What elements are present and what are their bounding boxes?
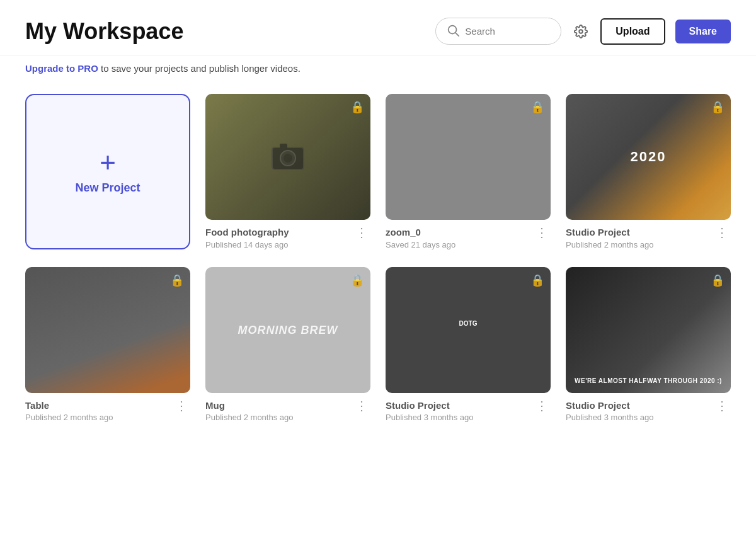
project-thumbnail: DOTG 🔒 <box>386 267 551 393</box>
new-project-card[interactable]: + New Project <box>25 94 190 249</box>
project-card: DOTG 🔒 Studio Project Published 3 months… <box>386 267 551 423</box>
lock-icon: 🔒 <box>711 100 724 114</box>
upgrade-text: to save your projects and publish longer… <box>98 63 301 74</box>
page-title: My Workspace <box>25 18 425 45</box>
upgrade-link[interactable]: Upgrade to PRO <box>25 63 98 74</box>
project-name: Table <box>25 399 170 412</box>
lock-icon: 🔒 <box>530 100 544 114</box>
more-options-button[interactable]: ⋮ <box>713 226 731 239</box>
more-options-button[interactable]: ⋮ <box>533 226 551 239</box>
project-card: WE'RE ALMOST HALFWAY THROUGH 2020 :) 🔒 S… <box>566 267 731 423</box>
search-icon <box>446 23 460 39</box>
project-card: MORNING BREW 🔒 Mug Published 2 months ag… <box>205 267 370 423</box>
project-thumbnail: 🔒 <box>205 94 370 220</box>
project-meta: Studio Project Published 2 months ago ⋮ <box>566 220 731 249</box>
project-info: Table Published 2 months ago <box>25 399 170 423</box>
project-date: Published 2 months ago <box>566 240 711 249</box>
more-options-button[interactable]: ⋮ <box>713 399 731 412</box>
project-card: 🔒 Food photography Published 14 days ago… <box>205 94 370 249</box>
project-date: Published 3 months ago <box>386 413 530 422</box>
lock-icon: 🔒 <box>530 273 544 287</box>
thumb-overlay-text: MORNING BREW <box>205 321 370 339</box>
upload-button[interactable]: Upload <box>600 18 665 45</box>
upgrade-bar: Upgrade to PRO to save your projects and… <box>0 55 756 81</box>
project-date: Published 2 months ago <box>205 413 350 422</box>
search-box[interactable] <box>435 18 561 45</box>
new-project-label: New Project <box>75 181 140 195</box>
project-name: Food photography <box>205 226 350 239</box>
svg-point-5 <box>284 154 292 163</box>
project-date: Published 14 days ago <box>205 240 350 249</box>
project-info: Studio Project Published 3 months ago <box>566 399 711 423</box>
svg-point-2 <box>580 30 583 33</box>
project-meta: Studio Project Published 3 months ago ⋮ <box>566 393 731 423</box>
project-name: zoom_0 <box>386 226 530 239</box>
svg-rect-6 <box>280 144 287 149</box>
page-header: My Workspace Upload Share <box>0 0 756 55</box>
more-options-button[interactable]: ⋮ <box>173 399 190 412</box>
project-thumbnail: 2020 🔒 <box>566 94 731 220</box>
project-meta: Table Published 2 months ago ⋮ <box>25 393 190 423</box>
project-meta: zoom_0 Saved 21 days ago ⋮ <box>386 220 551 249</box>
project-info: Mug Published 2 months ago <box>205 399 350 423</box>
project-thumbnail: 🔒 <box>25 267 190 393</box>
projects-grid: + New Project 🔒 Food photography Publish… <box>0 81 756 447</box>
project-thumbnail: WE'RE ALMOST HALFWAY THROUGH 2020 :) 🔒 <box>566 267 731 393</box>
more-options-button[interactable]: ⋮ <box>533 399 551 412</box>
search-input[interactable] <box>465 26 551 37</box>
project-card: 2020 🔒 Studio Project Published 2 months… <box>566 94 731 249</box>
project-info: Studio Project Published 2 months ago <box>566 226 711 249</box>
project-info: zoom_0 Saved 21 days ago <box>386 226 530 249</box>
project-name: Studio Project <box>386 399 530 412</box>
project-date: Published 2 months ago <box>25 413 170 422</box>
project-date: Published 3 months ago <box>566 413 711 422</box>
project-date: Saved 21 days ago <box>386 240 530 249</box>
project-thumbnail: 🔒 <box>386 94 551 220</box>
lock-icon: 🔒 <box>350 273 364 287</box>
project-card: 🔒 zoom_0 Saved 21 days ago ⋮ <box>386 94 551 249</box>
lock-icon: 🔒 <box>170 273 184 287</box>
project-meta: Mug Published 2 months ago ⋮ <box>205 393 370 423</box>
more-options-button[interactable]: ⋮ <box>353 226 370 239</box>
project-info: Food photography Published 14 days ago <box>205 226 350 249</box>
project-meta: Studio Project Published 3 months ago ⋮ <box>386 393 551 423</box>
thumb-overlay-text: DOTG <box>386 317 551 329</box>
lock-icon: 🔒 <box>711 273 724 287</box>
project-card: 🔒 Table Published 2 months ago ⋮ <box>25 267 190 423</box>
svg-line-1 <box>455 33 459 36</box>
more-options-button[interactable]: ⋮ <box>353 399 370 412</box>
share-button[interactable]: Share <box>675 20 731 43</box>
project-thumbnail: MORNING BREW 🔒 <box>205 267 370 393</box>
project-info: Studio Project Published 3 months ago <box>386 399 530 423</box>
settings-button[interactable] <box>571 22 590 41</box>
thumb-overlay-text: WE'RE ALMOST HALFWAY THROUGH 2020 :) <box>566 375 731 387</box>
project-name: Studio Project <box>566 399 711 412</box>
lock-icon: 🔒 <box>350 100 364 114</box>
project-name: Mug <box>205 399 350 412</box>
new-project-plus-icon: + <box>100 149 116 176</box>
thumb-overlay-text: 2020 <box>566 146 731 168</box>
project-name: Studio Project <box>566 226 711 239</box>
project-meta: Food photography Published 14 days ago ⋮ <box>205 220 370 249</box>
